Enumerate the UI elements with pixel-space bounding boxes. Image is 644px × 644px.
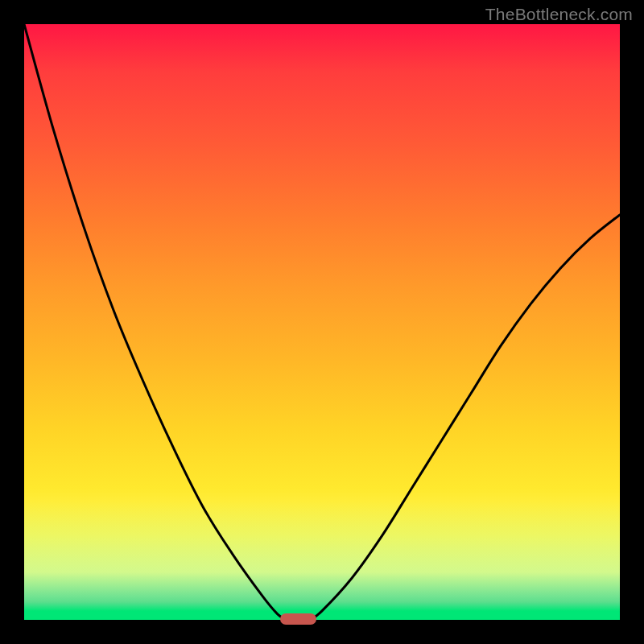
curve-left-branch xyxy=(24,24,287,620)
plot-area xyxy=(24,24,620,620)
curve-right-branch xyxy=(310,215,620,620)
bottleneck-curve xyxy=(24,24,620,620)
watermark-text: TheBottleneck.com xyxy=(485,5,633,24)
minimum-marker xyxy=(280,613,316,625)
chart-frame: TheBottleneck.com xyxy=(0,0,644,644)
